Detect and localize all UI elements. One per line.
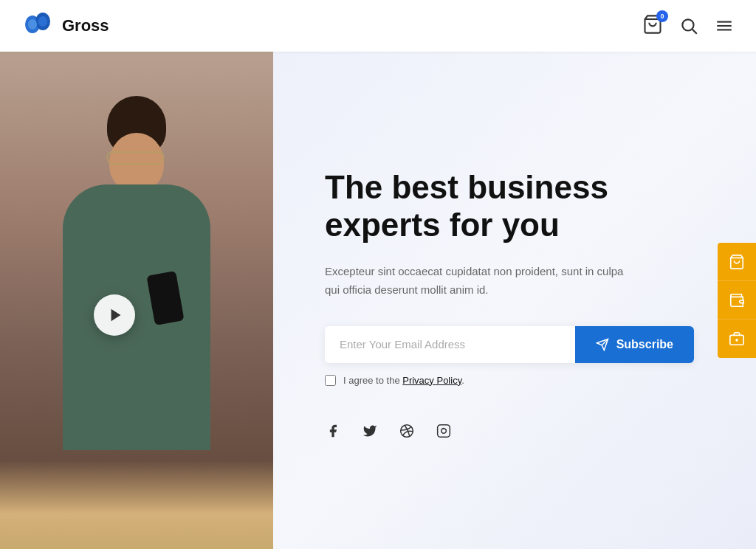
menu-icon bbox=[715, 16, 734, 35]
instagram-icon bbox=[436, 424, 451, 438]
right-sidebar bbox=[718, 243, 756, 358]
facebook-icon bbox=[326, 424, 340, 438]
sidebar-cart-icon bbox=[729, 254, 745, 270]
privacy-checkbox[interactable] bbox=[325, 375, 336, 386]
header: Gross 0 bbox=[0, 0, 756, 52]
facebook-link[interactable] bbox=[325, 423, 341, 439]
sidebar-wallet-icon bbox=[729, 292, 745, 308]
subscribe-button[interactable]: Subscribe bbox=[575, 326, 694, 363]
svg-marker-10 bbox=[111, 309, 120, 322]
hero-image-panel bbox=[0, 52, 273, 549]
instagram-link[interactable] bbox=[436, 423, 452, 439]
menu-button[interactable] bbox=[715, 16, 734, 35]
twitter-link[interactable] bbox=[362, 423, 378, 439]
play-button[interactable] bbox=[94, 294, 135, 336]
sidebar-box-icon bbox=[729, 331, 745, 347]
svg-point-5 bbox=[682, 19, 693, 30]
subscribe-form: Subscribe bbox=[325, 326, 694, 363]
svg-point-2 bbox=[28, 19, 37, 30]
hero-title: The best business experts for you bbox=[325, 169, 650, 244]
send-icon bbox=[596, 338, 609, 351]
logo[interactable]: Gross bbox=[22, 10, 109, 42]
logo-text: Gross bbox=[62, 16, 109, 35]
sidebar-cart-widget[interactable] bbox=[718, 243, 756, 281]
privacy-row: I agree to the Privacy Policy. bbox=[325, 375, 712, 386]
privacy-policy-link[interactable]: Privacy Policy bbox=[402, 375, 461, 386]
play-icon bbox=[108, 307, 124, 323]
svg-rect-14 bbox=[438, 424, 450, 437]
twitter-icon bbox=[362, 424, 377, 438]
paper-plane-icon bbox=[596, 338, 609, 351]
hero-photo bbox=[0, 52, 273, 549]
svg-line-6 bbox=[693, 30, 697, 34]
cart-button[interactable]: 0 bbox=[642, 14, 663, 38]
header-actions: 0 bbox=[642, 14, 734, 38]
search-button[interactable] bbox=[679, 16, 698, 35]
subscribe-label: Subscribe bbox=[616, 338, 673, 351]
hero-content: The best business experts for you Except… bbox=[273, 52, 756, 549]
privacy-text: I agree to the Privacy Policy. bbox=[343, 375, 464, 386]
dribbble-link[interactable] bbox=[399, 423, 415, 439]
email-input[interactable] bbox=[325, 326, 575, 363]
hero-description: Excepteur sint occaecat cupidatat non pr… bbox=[325, 262, 635, 300]
cart-badge: 0 bbox=[656, 10, 668, 22]
social-row bbox=[325, 423, 712, 439]
sidebar-box-widget[interactable] bbox=[718, 320, 756, 358]
search-icon bbox=[679, 16, 698, 35]
logo-icon bbox=[22, 10, 55, 42]
main-content: The best business experts for you Except… bbox=[0, 52, 756, 549]
sidebar-wallet-widget[interactable] bbox=[718, 281, 756, 320]
svg-point-3 bbox=[38, 16, 47, 27]
dribbble-icon bbox=[399, 424, 414, 438]
